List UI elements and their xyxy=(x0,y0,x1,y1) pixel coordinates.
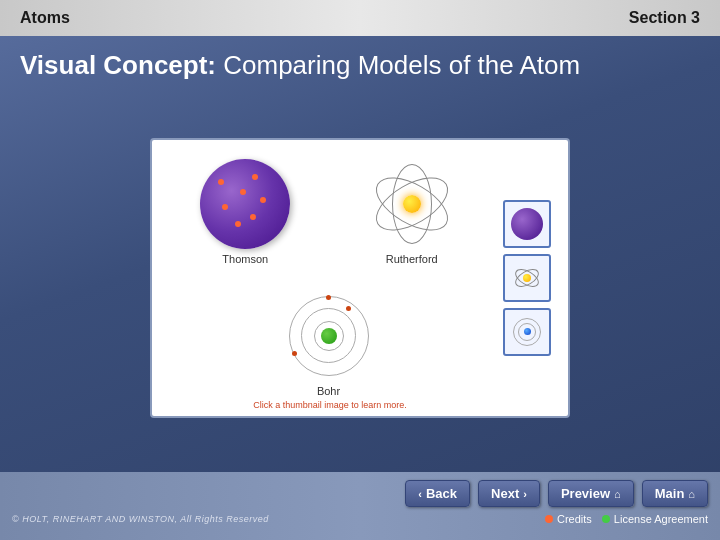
back-label: Back xyxy=(426,486,457,501)
back-button[interactable]: ‹ Back xyxy=(405,480,470,507)
thumb-rutherford xyxy=(511,262,543,294)
content: Visual Concept: Comparing Models of the … xyxy=(0,36,720,472)
header: Atoms Section 3 xyxy=(0,0,720,36)
thomson-dot xyxy=(260,197,266,203)
rutherford-item: Rutherford xyxy=(367,159,457,265)
diagram-caption: Click a thumbnail image to learn more. xyxy=(152,400,508,410)
thomson-label: Thomson xyxy=(222,253,268,265)
thumbnail-3[interactable] xyxy=(503,308,551,356)
preview-button[interactable]: Preview ⌂ xyxy=(548,480,634,507)
credits-label: Credits xyxy=(557,513,592,525)
footer-links: Credits License Agreement xyxy=(545,513,708,525)
thomson-sphere xyxy=(200,159,290,249)
thomson-dot xyxy=(235,221,241,227)
credits-dot xyxy=(545,515,553,523)
thumbnails xyxy=(503,150,558,406)
bohr-atom xyxy=(284,291,374,381)
thumb-bohr-nucleus xyxy=(524,328,531,335)
thomson-dot xyxy=(252,174,258,180)
page-title: Visual Concept: Comparing Models of the … xyxy=(20,50,700,81)
thumbnail-2[interactable] xyxy=(503,254,551,302)
header-atoms: Atoms xyxy=(20,9,70,27)
rutherford-nucleus xyxy=(403,195,421,213)
copyright-text: © HOLT, RINEHART AND WINSTON, All Rights… xyxy=(12,514,269,524)
bohr-nucleus xyxy=(321,328,337,344)
main-button[interactable]: Main ⌂ xyxy=(642,480,708,507)
copyright-row: © HOLT, RINEHART AND WINSTON, All Rights… xyxy=(0,511,720,531)
credits-link[interactable]: Credits xyxy=(545,513,592,525)
page-wrapper: Atoms Section 3 Visual Concept: Comparin… xyxy=(0,0,720,540)
nav-buttons: ‹ Back Next › Preview ⌂ Main ⌂ xyxy=(0,472,720,511)
thomson-dot xyxy=(218,179,224,185)
thomson-dot xyxy=(250,214,256,220)
thomson-item: Thomson xyxy=(200,159,290,265)
title-area: Visual Concept: Comparing Models of the … xyxy=(20,50,700,81)
next-icon: › xyxy=(523,488,527,500)
license-link[interactable]: License Agreement xyxy=(602,513,708,525)
back-icon: ‹ xyxy=(418,488,422,500)
title-bold: Visual Concept: xyxy=(20,50,216,80)
title-normal: Comparing Models of the Atom xyxy=(216,50,580,80)
rutherford-atom xyxy=(367,159,457,249)
license-dot xyxy=(602,515,610,523)
visual-area: Thomson Rutherford xyxy=(20,93,700,462)
thomson-dot xyxy=(240,189,246,195)
thumb-sphere xyxy=(511,208,543,240)
bohr-label: Bohr xyxy=(317,385,340,397)
header-section: Section 3 xyxy=(629,9,700,27)
thumb-bohr xyxy=(511,316,543,348)
bohr-item: Bohr xyxy=(284,291,374,397)
main-icon: ⌂ xyxy=(688,488,695,500)
diagram-container: Thomson Rutherford xyxy=(150,138,570,418)
bohr-electron-3 xyxy=(292,351,297,356)
diagram-top-row: Thomson Rutherford xyxy=(162,150,495,274)
diagram-main: Thomson Rutherford xyxy=(162,150,503,406)
rutherford-label: Rutherford xyxy=(386,253,438,265)
next-label: Next xyxy=(491,486,519,501)
footer: ‹ Back Next › Preview ⌂ Main ⌂ © HOLT, R… xyxy=(0,472,720,540)
license-label: License Agreement xyxy=(614,513,708,525)
preview-icon: ⌂ xyxy=(614,488,621,500)
bohr-electron-2 xyxy=(346,306,351,311)
bohr-electron-1 xyxy=(326,295,331,300)
thumbnail-1[interactable] xyxy=(503,200,551,248)
main-label: Main xyxy=(655,486,685,501)
diagram-bottom-row: Bohr xyxy=(162,282,495,406)
next-button[interactable]: Next › xyxy=(478,480,540,507)
preview-label: Preview xyxy=(561,486,610,501)
thomson-dot xyxy=(222,204,228,210)
